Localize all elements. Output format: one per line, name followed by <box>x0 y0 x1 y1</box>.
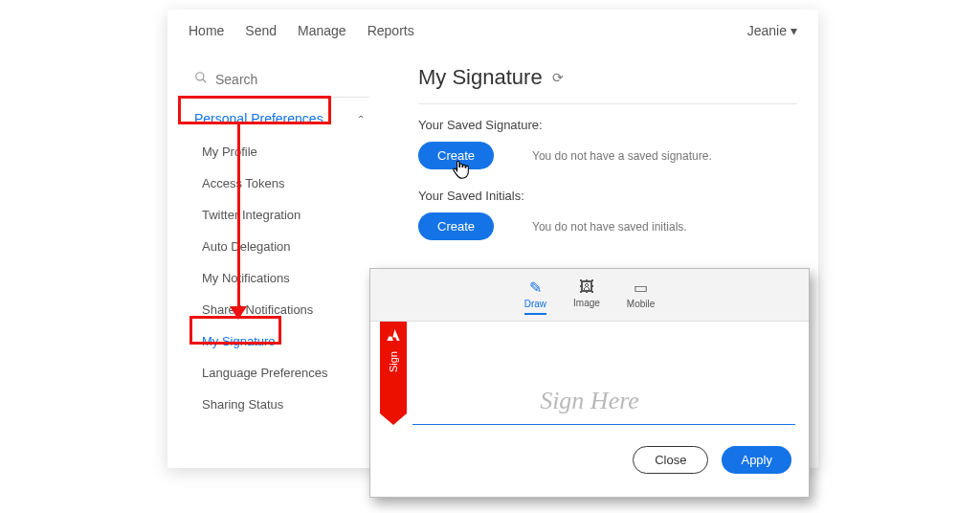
section-title: Personal Preferences <box>194 111 323 126</box>
sidebar-item-access-tokens[interactable]: Access Tokens <box>189 167 370 199</box>
signature-dialog: ✎ Draw 🖼 Image ▭ Mobile Sign Sign Here C… <box>369 268 810 498</box>
search-icon <box>194 71 208 87</box>
tab-mobile[interactable]: ▭ Mobile <box>627 279 655 315</box>
draw-icon: ✎ <box>524 279 546 297</box>
sidebar-item-my-profile[interactable]: My Profile <box>189 136 370 167</box>
sidebar-section-personal-preferences[interactable]: Personal Preferences ⌃ <box>189 98 370 136</box>
user-menu[interactable]: Jeanie ▾ <box>747 23 797 38</box>
no-signature-hint: You do not have a saved signature. <box>532 149 712 163</box>
apply-button[interactable]: Apply <box>722 446 791 474</box>
saved-initials-label: Your Saved Initials: <box>418 189 797 203</box>
nav-manage[interactable]: Manage <box>298 23 346 38</box>
sidebar-item-my-signature[interactable]: My Signature <box>189 325 370 357</box>
close-button[interactable]: Close <box>633 446 708 474</box>
nav-send[interactable]: Send <box>245 23 277 38</box>
signature-canvas[interactable]: Sign Sign Here <box>370 322 809 446</box>
user-name: Jeanie <box>747 23 787 38</box>
sidebar-item-my-notifications[interactable]: My Notifications <box>189 262 370 294</box>
mobile-icon: ▭ <box>627 279 655 297</box>
chevron-down-icon: ▾ <box>791 23 797 38</box>
sidebar-item-shared-notifications[interactable]: Shared Notifications <box>189 294 370 325</box>
chevron-up-icon: ⌃ <box>357 114 365 124</box>
no-initials-hint: You do not have saved initials. <box>532 220 687 234</box>
image-icon: 🖼 <box>573 279 600 296</box>
search-input[interactable] <box>215 72 365 87</box>
refresh-icon[interactable]: ⟳ <box>552 70 564 85</box>
create-signature-button[interactable]: Create <box>418 142 494 169</box>
signature-baseline <box>412 424 795 425</box>
nav-home[interactable]: Home <box>189 23 224 38</box>
sidebar: Personal Preferences ⌃ My Profile Access… <box>189 48 370 420</box>
sidebar-item-auto-delegation[interactable]: Auto Delegation <box>189 231 370 262</box>
sidebar-list: My Profile Access Tokens Twitter Integra… <box>189 136 370 420</box>
saved-signature-label: Your Saved Signature: <box>418 118 797 132</box>
sidebar-item-language-preferences[interactable]: Language Preferences <box>189 357 370 389</box>
create-initials-button[interactable]: Create <box>418 212 494 240</box>
top-nav: Home Send Manage Reports Jeanie ▾ <box>167 10 818 48</box>
tab-image[interactable]: 🖼 Image <box>573 279 600 315</box>
sidebar-item-twitter-integration[interactable]: Twitter Integration <box>189 199 370 231</box>
adobe-logo-icon <box>386 327 401 346</box>
svg-line-1 <box>203 79 207 83</box>
svg-point-0 <box>196 73 204 80</box>
page-title: My Signature ⟳ <box>418 65 797 104</box>
tab-draw[interactable]: ✎ Draw <box>524 279 546 315</box>
nav-reports[interactable]: Reports <box>368 23 414 38</box>
sign-here-placeholder: Sign Here <box>370 387 809 415</box>
sidebar-item-sharing-status[interactable]: Sharing Status <box>189 389 370 420</box>
search-box[interactable] <box>189 67 370 98</box>
dialog-button-row: Close Apply <box>370 446 809 487</box>
dialog-tabs: ✎ Draw 🖼 Image ▭ Mobile <box>370 269 809 322</box>
